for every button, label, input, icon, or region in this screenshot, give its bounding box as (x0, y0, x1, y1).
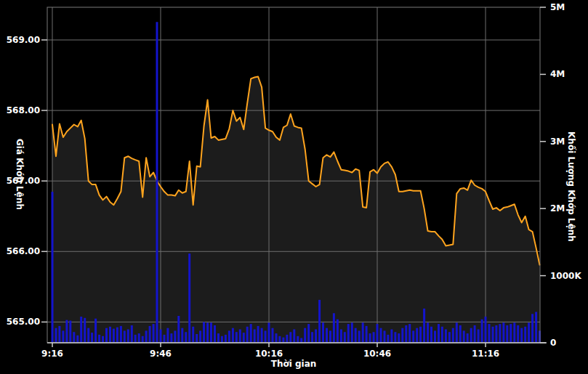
volume-bar (408, 324, 411, 343)
volume-bar (153, 324, 155, 343)
volume-bar (438, 324, 440, 343)
volume-bar (217, 333, 220, 343)
volume-bar (520, 328, 523, 343)
volume-bar (366, 326, 368, 343)
volume-bar (275, 333, 278, 343)
volume-bar (502, 322, 504, 343)
volume-bar (531, 314, 533, 343)
volume-bar (445, 330, 447, 343)
volume-bar (384, 330, 386, 343)
price-tick-label: 569.00 (7, 35, 40, 45)
volume-bar (246, 327, 249, 343)
volume-bar (329, 330, 331, 343)
volume-bar (174, 330, 176, 343)
volume-bar (495, 325, 497, 343)
volume-bar (380, 328, 382, 343)
chart-window: 569.00568.00567.00566.00565.005M4M3M2M10… (0, 0, 588, 374)
volume-bar (235, 332, 238, 343)
volume-bar (127, 330, 129, 343)
volume-bar (62, 330, 64, 343)
volume-bar (282, 338, 284, 343)
volume-bar (347, 324, 350, 343)
volume-tick-label: 3M (550, 137, 565, 147)
volume-bar (116, 328, 118, 343)
volume-bar (131, 325, 133, 343)
volume-bar (214, 325, 216, 343)
volume-bar (376, 324, 379, 343)
volume-bar (485, 317, 487, 343)
volume-bar (196, 334, 198, 343)
price-axis-title: Giá Khớp Lệnh (15, 139, 25, 210)
time-tick-label: 10:16 (255, 349, 283, 359)
volume-bar (76, 336, 78, 343)
price-volume-chart: 569.00568.00567.00566.00565.005M4M3M2M10… (0, 0, 588, 374)
volume-bar (69, 321, 71, 343)
volume-bar (228, 330, 230, 343)
volume-bar (58, 326, 60, 343)
volume-bar (239, 330, 241, 343)
time-tick-label: 9:46 (150, 349, 172, 359)
volume-bar (459, 325, 462, 343)
volume-bar (192, 327, 194, 343)
volume-bar (160, 330, 162, 343)
volume-bar (278, 336, 281, 343)
volume-bar (166, 328, 169, 343)
volume-bar (225, 335, 227, 343)
volume-bar (134, 335, 137, 343)
volume-bar (492, 327, 494, 343)
volume-bar (73, 332, 75, 343)
volume-bar (427, 322, 429, 343)
volume-bar (124, 330, 126, 343)
volume-bar (80, 317, 82, 343)
volume-bar (297, 336, 299, 343)
volume-bar (535, 312, 537, 343)
volume-bar (199, 330, 201, 343)
volume-bar (517, 325, 519, 343)
volume-bar (499, 324, 501, 343)
volume-bar (474, 325, 476, 343)
volume-bar (412, 330, 414, 343)
volume-bar (362, 322, 364, 343)
volume-bar (289, 332, 291, 343)
volume-bar (322, 322, 324, 343)
volume-bar (394, 332, 396, 343)
volume-bar (333, 313, 335, 343)
volume-bar (87, 328, 89, 343)
volume-bar (156, 22, 158, 343)
volume-bar (528, 322, 530, 343)
volume-bar (419, 327, 422, 343)
time-axis-title: Thời gian (271, 359, 317, 369)
volume-bar (387, 335, 389, 343)
volume-bar (98, 335, 100, 343)
volume-bar (138, 333, 140, 343)
volume-bar (170, 333, 172, 343)
volume-bar (351, 322, 353, 343)
volume-bar (120, 326, 122, 343)
volume-tick-label: 2M (550, 203, 565, 214)
volume-bar (250, 324, 252, 343)
volume-bar (55, 328, 57, 343)
volume-bar (524, 327, 526, 343)
volume-bar (373, 332, 375, 343)
volume-bar (358, 330, 361, 343)
volume-bar (481, 320, 483, 343)
volume-bar (206, 322, 209, 343)
volume-bar (254, 330, 256, 343)
time-tick-label: 9:16 (41, 349, 63, 359)
price-tick-label: 565.00 (7, 317, 40, 327)
volume-bar (232, 328, 234, 343)
time-tick-label: 11:16 (472, 349, 499, 359)
volume-bar (203, 322, 205, 343)
volume-bar (65, 320, 68, 343)
volume-bar (265, 330, 267, 343)
volume-bar (452, 328, 454, 343)
price-area-fill (52, 77, 540, 343)
volume-bar (257, 326, 259, 343)
volume-bar (467, 333, 469, 343)
volume-bar (398, 333, 400, 343)
volume-bar (261, 328, 263, 343)
volume-bar (337, 320, 339, 343)
volume-bar (318, 300, 321, 343)
volume-bar (405, 325, 407, 343)
volume-bar (355, 328, 357, 343)
